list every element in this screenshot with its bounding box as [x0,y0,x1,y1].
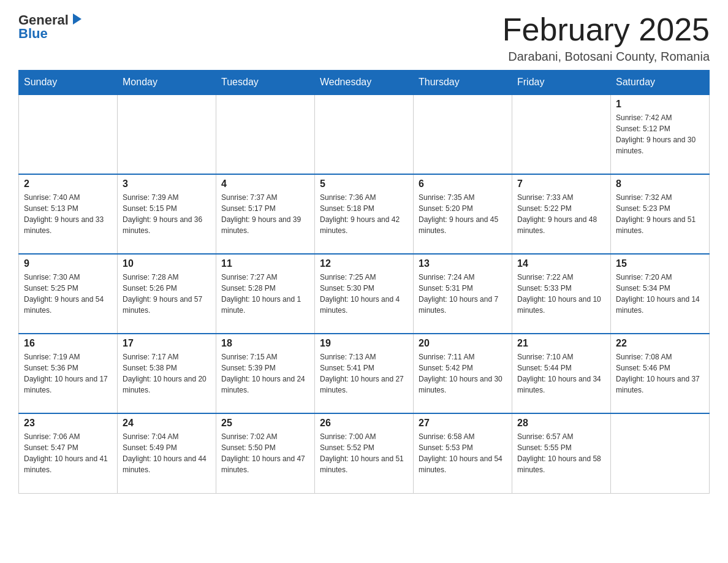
calendar-cell [414,94,512,174]
day-info: Sunrise: 7:32 AMSunset: 5:23 PMDaylight:… [616,192,704,236]
calendar-cell: 27Sunrise: 6:58 AMSunset: 5:53 PMDayligh… [414,413,512,493]
calendar-cell: 6Sunrise: 7:35 AMSunset: 5:20 PMDaylight… [414,174,512,254]
calendar-cell: 22Sunrise: 7:08 AMSunset: 5:46 PMDayligh… [611,334,710,413]
calendar-cell: 17Sunrise: 7:17 AMSunset: 5:38 PMDayligh… [118,334,216,413]
calendar-cell [19,94,118,174]
day-number: 16 [24,338,112,349]
day-number: 21 [517,338,605,349]
calendar-cell [512,94,611,174]
calendar-cell: 18Sunrise: 7:15 AMSunset: 5:39 PMDayligh… [216,334,315,413]
calendar-cell: 24Sunrise: 7:04 AMSunset: 5:49 PMDayligh… [118,413,216,493]
calendar-table: SundayMondayTuesdayWednesdayThursdayFrid… [18,70,710,494]
day-number: 2 [24,178,112,190]
calendar-week-1: 1Sunrise: 7:42 AMSunset: 5:12 PMDaylight… [19,94,710,174]
calendar-cell: 16Sunrise: 7:19 AMSunset: 5:36 PMDayligh… [19,334,118,413]
day-number: 24 [123,418,211,429]
calendar-cell: 1Sunrise: 7:42 AMSunset: 5:12 PMDaylight… [611,94,710,174]
day-number: 12 [320,258,408,269]
calendar-cell: 25Sunrise: 7:02 AMSunset: 5:50 PMDayligh… [216,413,315,493]
logo: General Blue [18,12,84,42]
day-number: 20 [419,338,507,349]
day-number: 23 [24,418,112,429]
day-info: Sunrise: 7:24 AMSunset: 5:31 PMDaylight:… [419,272,507,316]
svg-marker-0 [73,13,82,25]
calendar-cell: 23Sunrise: 7:06 AMSunset: 5:47 PMDayligh… [19,413,118,493]
day-info: Sunrise: 7:15 AMSunset: 5:39 PMDaylight:… [221,351,309,396]
calendar-cell: 5Sunrise: 7:36 AMSunset: 5:18 PMDaylight… [315,174,414,254]
calendar-header-sunday: Sunday [19,71,118,95]
day-number: 27 [419,418,507,429]
day-info: Sunrise: 7:39 AMSunset: 5:15 PMDaylight:… [123,192,211,236]
calendar-cell: 15Sunrise: 7:20 AMSunset: 5:34 PMDayligh… [611,254,710,334]
day-info: Sunrise: 7:02 AMSunset: 5:50 PMDaylight:… [221,431,309,475]
location-title: Darabani, Botosani County, Romania [502,50,710,64]
day-number: 5 [320,178,408,190]
calendar-header-saturday: Saturday [611,71,710,95]
day-number: 6 [419,178,507,190]
day-info: Sunrise: 7:22 AMSunset: 5:33 PMDaylight:… [517,272,605,316]
calendar-cell: 3Sunrise: 7:39 AMSunset: 5:15 PMDaylight… [118,174,216,254]
day-number: 10 [123,258,211,269]
calendar-cell: 4Sunrise: 7:37 AMSunset: 5:17 PMDaylight… [216,174,315,254]
calendar-week-5: 23Sunrise: 7:06 AMSunset: 5:47 PMDayligh… [19,413,710,493]
day-number: 15 [616,258,704,269]
calendar-header-tuesday: Tuesday [216,71,315,95]
day-info: Sunrise: 6:57 AMSunset: 5:55 PMDaylight:… [517,431,605,475]
calendar-cell: 11Sunrise: 7:27 AMSunset: 5:28 PMDayligh… [216,254,315,334]
calendar-header-wednesday: Wednesday [315,71,414,95]
logo-blue-text: Blue [18,26,48,42]
day-info: Sunrise: 7:11 AMSunset: 5:42 PMDaylight:… [419,351,507,396]
calendar-week-4: 16Sunrise: 7:19 AMSunset: 5:36 PMDayligh… [19,334,710,413]
day-number: 7 [517,178,605,190]
day-number: 4 [221,178,309,190]
calendar-cell: 7Sunrise: 7:33 AMSunset: 5:22 PMDaylight… [512,174,611,254]
calendar-cell: 21Sunrise: 7:10 AMSunset: 5:44 PMDayligh… [512,334,611,413]
day-info: Sunrise: 7:00 AMSunset: 5:52 PMDaylight:… [320,431,408,475]
calendar-week-3: 9Sunrise: 7:30 AMSunset: 5:25 PMDaylight… [19,254,710,334]
calendar-header-row: SundayMondayTuesdayWednesdayThursdayFrid… [19,71,710,95]
calendar-cell: 28Sunrise: 6:57 AMSunset: 5:55 PMDayligh… [512,413,611,493]
month-title: February 2025 [502,12,710,47]
day-info: Sunrise: 7:30 AMSunset: 5:25 PMDaylight:… [24,272,112,316]
day-number: 3 [123,178,211,190]
day-number: 14 [517,258,605,269]
day-info: Sunrise: 7:08 AMSunset: 5:46 PMDaylight:… [616,351,704,396]
day-number: 8 [616,178,704,190]
calendar-cell: 2Sunrise: 7:40 AMSunset: 5:13 PMDaylight… [19,174,118,254]
calendar-cell [216,94,315,174]
calendar-cell: 8Sunrise: 7:32 AMSunset: 5:23 PMDaylight… [611,174,710,254]
day-info: Sunrise: 7:25 AMSunset: 5:30 PMDaylight:… [320,272,408,316]
day-number: 28 [517,418,605,429]
calendar-cell: 9Sunrise: 7:30 AMSunset: 5:25 PMDaylight… [19,254,118,334]
calendar-cell [315,94,414,174]
day-info: Sunrise: 6:58 AMSunset: 5:53 PMDaylight:… [419,431,507,475]
calendar-cell: 20Sunrise: 7:11 AMSunset: 5:42 PMDayligh… [414,334,512,413]
day-number: 25 [221,418,309,429]
day-info: Sunrise: 7:28 AMSunset: 5:26 PMDaylight:… [123,272,211,316]
day-number: 9 [24,258,112,269]
day-info: Sunrise: 7:37 AMSunset: 5:17 PMDaylight:… [221,192,309,236]
day-info: Sunrise: 7:04 AMSunset: 5:49 PMDaylight:… [123,431,211,475]
calendar-cell: 13Sunrise: 7:24 AMSunset: 5:31 PMDayligh… [414,254,512,334]
day-info: Sunrise: 7:17 AMSunset: 5:38 PMDaylight:… [123,351,211,396]
calendar-header-monday: Monday [118,71,216,95]
calendar-cell: 19Sunrise: 7:13 AMSunset: 5:41 PMDayligh… [315,334,414,413]
day-number: 18 [221,338,309,349]
day-number: 19 [320,338,408,349]
day-info: Sunrise: 7:42 AMSunset: 5:12 PMDaylight:… [616,112,704,156]
day-info: Sunrise: 7:13 AMSunset: 5:41 PMDaylight:… [320,351,408,396]
day-info: Sunrise: 7:10 AMSunset: 5:44 PMDaylight:… [517,351,605,396]
calendar-cell: 14Sunrise: 7:22 AMSunset: 5:33 PMDayligh… [512,254,611,334]
day-number: 11 [221,258,309,269]
day-number: 1 [616,99,704,110]
calendar-cell: 12Sunrise: 7:25 AMSunset: 5:30 PMDayligh… [315,254,414,334]
calendar-week-2: 2Sunrise: 7:40 AMSunset: 5:13 PMDaylight… [19,174,710,254]
day-number: 13 [419,258,507,269]
day-info: Sunrise: 7:33 AMSunset: 5:22 PMDaylight:… [517,192,605,236]
calendar-cell: 26Sunrise: 7:00 AMSunset: 5:52 PMDayligh… [315,413,414,493]
day-info: Sunrise: 7:06 AMSunset: 5:47 PMDaylight:… [24,431,112,475]
day-info: Sunrise: 7:27 AMSunset: 5:28 PMDaylight:… [221,272,309,316]
day-number: 26 [320,418,408,429]
calendar-header-friday: Friday [512,71,611,95]
day-info: Sunrise: 7:20 AMSunset: 5:34 PMDaylight:… [616,272,704,316]
